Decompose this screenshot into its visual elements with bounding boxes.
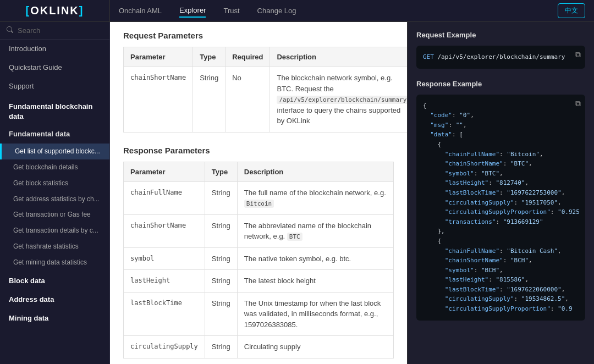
sidebar: Introduction Quickstart Guide Support Fu… [0, 22, 110, 364]
res-param-name: chainShortName [124, 214, 205, 247]
res-param-type: String [205, 247, 237, 270]
nav-onchain-aml[interactable]: Onchain AML [119, 4, 162, 17]
table-row: lastHeight String The latest block heigh… [124, 270, 394, 293]
nav-changelog[interactable]: Change Log [257, 4, 296, 17]
request-params-table: Parameter Type Required Description chai… [123, 47, 407, 133]
sidebar-item-introduction[interactable]: Introduction [0, 40, 109, 58]
sidebar-item-quickstart[interactable]: Quickstart Guide [0, 58, 109, 77]
http-method: GET [423, 53, 434, 60]
res-param-name: lastHeight [124, 270, 205, 293]
table-row: circulatingSupply String Circulating sup… [124, 336, 394, 359]
sidebar-item-tx-details[interactable]: Get transaction details by c... [0, 223, 109, 239]
search-icon [7, 26, 13, 35]
col-parameter: Parameter [124, 47, 193, 67]
res-param-name: circulatingSupply [124, 336, 205, 359]
table-row: chainFullName String The full name of th… [124, 181, 394, 214]
sidebar-section-fundamental: Fundamental blockchain data [0, 96, 109, 125]
res-param-type: String [205, 181, 237, 214]
sidebar-item-blockchain-details[interactable]: Get blockchain details [0, 159, 109, 175]
nav-trust[interactable]: Trust [223, 4, 239, 17]
res-col-description: Description [237, 162, 393, 181]
top-navigation: [OKLINK] Onchain AML Explorer Trust Chan… [0, 0, 594, 22]
res-param-desc: The latest block height [237, 270, 393, 293]
request-path: /api/v5/explorer/blockchain/summary [434, 53, 565, 60]
res-param-name: chainFullName [124, 181, 205, 214]
nav-explorer[interactable]: Explorer [179, 4, 206, 18]
table-row: lastBlockTime String The Unix timestamp … [124, 292, 394, 336]
sidebar-item-fundamental-data[interactable]: Fundamental data [0, 125, 109, 144]
sidebar-item-mining[interactable]: Get mining data statistics [0, 255, 109, 271]
nav-items: Onchain AML Explorer Trust Change Log [110, 4, 558, 18]
lang-button[interactable]: 中文 [558, 3, 585, 18]
table-row: chainShortName String No The blockchain … [124, 67, 408, 133]
sidebar-item-support[interactable]: Support [0, 77, 109, 96]
res-param-desc: The native token symbol, e.g. btc. [237, 247, 393, 270]
res-param-desc: Circulating supply [237, 336, 393, 359]
col-required: Required [226, 47, 270, 67]
logo-area: [OKLINK] [0, 0, 110, 21]
param-description: The blockchain network symbol, e.g. BTC.… [270, 67, 407, 133]
sidebar-section-address: Address data [0, 289, 109, 308]
sidebar-item-address-stats[interactable]: Get address statistics by ch... [0, 191, 109, 207]
copy-request-button[interactable]: ⧉ [575, 50, 581, 59]
res-param-type: String [205, 292, 237, 336]
param-name: chainShortName [124, 67, 193, 133]
logo: [OKLINK] [25, 4, 84, 17]
res-param-name: symbol [124, 247, 205, 270]
res-param-desc: The abbreviated name of the blockchain n… [237, 214, 393, 247]
main-layout: Introduction Quickstart Guide Support Fu… [0, 22, 594, 364]
table-row: chainShortName String The abbreviated na… [124, 214, 394, 247]
res-param-type: String [205, 270, 237, 293]
response-params-title: Response Parameters [123, 146, 394, 155]
param-type: String [193, 67, 226, 133]
res-param-desc: The full name of the blockchain network,… [237, 181, 393, 214]
res-param-type: String [205, 214, 237, 247]
content-inner: Request Parameters Parameter Type Requir… [110, 22, 407, 364]
res-param-type: String [205, 336, 237, 359]
search-input[interactable] [18, 26, 103, 35]
request-example-title: Request Example [416, 31, 585, 39]
request-example-block: ⧉ GET /api/v5/explorer/blockchain/summar… [416, 46, 585, 69]
res-param-desc: The Unix timestamp for when the last blo… [237, 292, 393, 336]
col-type: Type [193, 47, 226, 67]
res-col-type: Type [205, 162, 237, 181]
sidebar-section-mining: Mining data [0, 308, 109, 327]
col-description: Description [270, 47, 407, 67]
response-example-block: ⧉ { "code": "0", "msg": "", "data": [ { … [416, 95, 585, 321]
param-required: No [226, 67, 270, 133]
res-col-parameter: Parameter [124, 162, 205, 181]
response-params-table: Parameter Type Description chainFullName… [123, 162, 394, 359]
table-row: symbol String The native token symbol, e… [124, 247, 394, 270]
copy-response-button[interactable]: ⧉ [575, 99, 581, 108]
request-params-title: Request Parameters [123, 31, 394, 40]
res-param-name: lastBlockTime [124, 292, 205, 336]
sidebar-item-hashrate[interactable]: Get hashrate statistics [0, 239, 109, 255]
response-example-title: Response Example [416, 80, 585, 88]
content-area: Request Parameters Parameter Type Requir… [110, 22, 407, 364]
sidebar-item-block-stats[interactable]: Get block statistics [0, 175, 109, 191]
sidebar-item-get-list[interactable]: Get list of supported blockc... [0, 144, 109, 159]
search-area[interactable] [0, 22, 109, 40]
sidebar-section-block: Block data [0, 271, 109, 289]
sidebar-item-gas-fee[interactable]: Get transaction or Gas fee [0, 207, 109, 223]
right-panel: Request Example ⧉ GET /api/v5/explorer/b… [407, 22, 594, 364]
